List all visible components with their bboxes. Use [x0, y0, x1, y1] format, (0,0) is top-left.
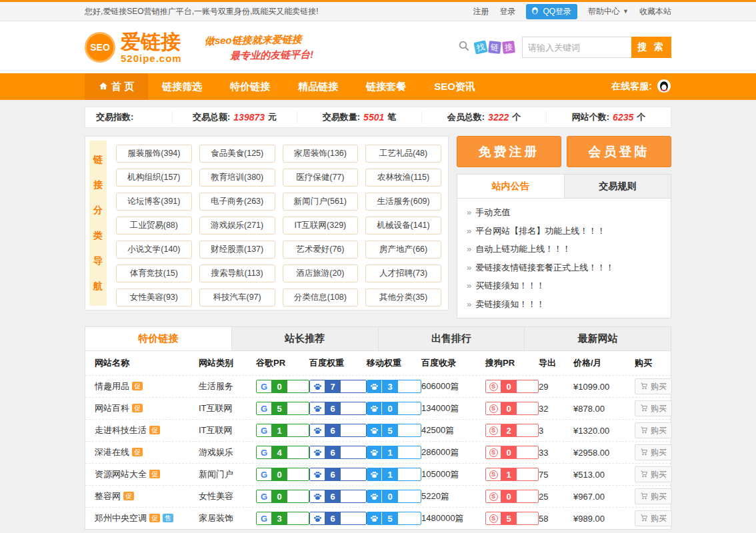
category-button[interactable]: 其他分类(35): [365, 288, 441, 306]
nav-item[interactable]: 链接套餐: [352, 73, 420, 100]
stat-unit: 笔: [387, 111, 396, 123]
buy-button[interactable]: 购买: [635, 378, 672, 394]
category-button[interactable]: 酒店旅游(20): [283, 265, 359, 282]
site-name-link[interactable]: 网站百科: [95, 403, 129, 413]
notice-item[interactable]: »自动上链功能上线！！！: [467, 240, 661, 259]
qq-login-button[interactable]: QQ登录: [526, 4, 577, 19]
category-button[interactable]: 新闻门户(561): [283, 193, 359, 211]
links-out: 3: [539, 426, 573, 436]
category-button[interactable]: 机构组织(157): [116, 169, 192, 187]
price-per-month: ¥1320.00: [573, 426, 635, 436]
buy-button[interactable]: 购买: [635, 444, 672, 460]
site-logo[interactable]: SEO 爱链接 520ipe.com: [85, 32, 182, 63]
column-header: 购买: [635, 357, 661, 369]
site-name-link[interactable]: 深港在线: [95, 447, 129, 457]
favorite-link[interactable]: 收藏本站: [639, 6, 671, 17]
category-button[interactable]: 科技汽车(97): [199, 288, 275, 306]
member-login-button[interactable]: 会员登陆: [567, 136, 671, 167]
site-name-link[interactable]: 整容网: [95, 491, 121, 501]
category-button[interactable]: 电子商务(263): [199, 193, 275, 211]
notice-item[interactable]: »买链接须知！！！: [467, 276, 661, 295]
nav-item[interactable]: 链接筛选: [148, 73, 216, 100]
login-link[interactable]: 登录: [499, 6, 515, 17]
listing-tab[interactable]: 出售排行: [379, 327, 525, 350]
baidu-value: 6: [325, 446, 341, 458]
category-button[interactable]: 游戏娱乐(271): [199, 217, 275, 235]
help-menu[interactable]: 帮助中心 ▼: [588, 6, 629, 17]
notice-item-label: 自动上链功能上线！！！: [475, 244, 571, 254]
category-button[interactable]: 家居装饰(136): [283, 145, 359, 163]
notice-item-label: 手动充值: [475, 207, 510, 217]
buy-button[interactable]: 购买: [635, 400, 672, 416]
baidu-icon: [310, 468, 325, 480]
nav-item[interactable]: 特价链接: [216, 73, 284, 100]
sogou-value: 0: [501, 402, 517, 414]
search-button[interactable]: 搜 索: [631, 37, 671, 58]
mobile-badge: 5: [367, 512, 421, 525]
category-button[interactable]: 搜索导航(113): [199, 265, 275, 282]
free-register-button[interactable]: 免费注册: [457, 136, 561, 167]
category-button[interactable]: 房产地产(66): [365, 241, 441, 259]
category-button[interactable]: 生活服务(609): [365, 193, 441, 211]
nav-item[interactable]: 精品链接: [284, 73, 352, 100]
notice-item[interactable]: »手动充值: [467, 203, 661, 222]
mobile-value: 3: [382, 380, 398, 392]
baidu-value: 6: [325, 424, 341, 436]
buy-button[interactable]: 购买: [635, 466, 672, 482]
category-button[interactable]: 财经股票(137): [199, 241, 275, 259]
google-value: 0: [271, 380, 287, 392]
listing-tab[interactable]: 最新网站: [525, 327, 671, 350]
nav-item[interactable]: SEO资讯: [420, 73, 489, 100]
buy-button[interactable]: 购买: [635, 488, 672, 504]
register-link[interactable]: 注册: [473, 6, 489, 17]
site-name-link[interactable]: 资源网站大全: [95, 469, 147, 479]
online-service[interactable]: 在线客服:: [611, 73, 671, 100]
category-button[interactable]: 女性美容(93): [116, 288, 192, 306]
welcome-text: 您好,爱链接SEO营销推广平台,一账号双重身份,既能买又能卖链接!: [85, 6, 319, 17]
notice-tab[interactable]: 站内公告: [457, 175, 564, 198]
category-button[interactable]: 艺术爱好(76): [283, 241, 359, 259]
baidu-value: 6: [325, 490, 341, 502]
category-side-char: 分: [93, 205, 103, 217]
price-per-month: ¥967.00: [573, 492, 635, 502]
nav-item[interactable]: 首 页: [85, 73, 148, 100]
category-button[interactable]: 分类信息(108): [283, 288, 359, 306]
baidu-value: 7: [325, 380, 341, 392]
category-button[interactable]: 人才招聘(73): [365, 265, 441, 282]
listing-tab[interactable]: 特价链接: [85, 327, 232, 350]
category-button[interactable]: 论坛博客(391): [116, 193, 192, 211]
category-button[interactable]: 服装服饰(394): [116, 145, 192, 163]
category-button[interactable]: 医疗保健(77): [283, 169, 359, 187]
sogou-icon: S: [486, 424, 501, 436]
find-tag-icon: 找: [473, 40, 487, 54]
notice-tab[interactable]: 交易规则: [564, 175, 671, 198]
notice-item[interactable]: »卖链接须知！！！: [467, 295, 661, 314]
buy-button[interactable]: 购买: [635, 510, 672, 526]
site-name-link[interactable]: 情趣用品: [95, 381, 129, 391]
notice-item[interactable]: »爱链接友情链接套餐正式上线！！！: [467, 259, 661, 277]
site-name-link[interactable]: 走进科技生活: [95, 425, 147, 435]
listing-tab[interactable]: 站长推荐: [232, 327, 379, 350]
category-button[interactable]: 工业贸易(88): [116, 217, 192, 235]
mobile-icon: [367, 380, 382, 392]
site-name-link[interactable]: 郑州中央空调: [95, 513, 147, 523]
category-button[interactable]: 教育培训(380): [199, 169, 275, 187]
site-name-cell: 网站百科促: [95, 402, 199, 414]
notice-item[interactable]: »平台网站【排名】功能上线！！！: [467, 222, 661, 241]
mobile-value: 1: [382, 468, 398, 480]
price-per-month: ¥989.00: [573, 514, 635, 524]
mobile-icon: [367, 468, 382, 480]
category-button[interactable]: 机械设备(141): [365, 217, 441, 235]
category-button[interactable]: IT互联网(329): [283, 217, 359, 235]
mobile-icon: [367, 512, 382, 524]
google-icon: G: [257, 380, 271, 392]
category-button[interactable]: 工艺礼品(48): [365, 145, 441, 163]
buy-button[interactable]: 购买: [635, 422, 672, 438]
category-button[interactable]: 小说文学(140): [116, 241, 192, 259]
baidu-badge: 6: [309, 468, 367, 481]
google-icon: G: [257, 446, 271, 458]
category-button[interactable]: 农林牧渔(115): [365, 169, 441, 187]
category-button[interactable]: 体育竞技(15): [116, 265, 192, 282]
category-button[interactable]: 食品美食(125): [199, 145, 275, 163]
search-input[interactable]: [522, 37, 631, 58]
